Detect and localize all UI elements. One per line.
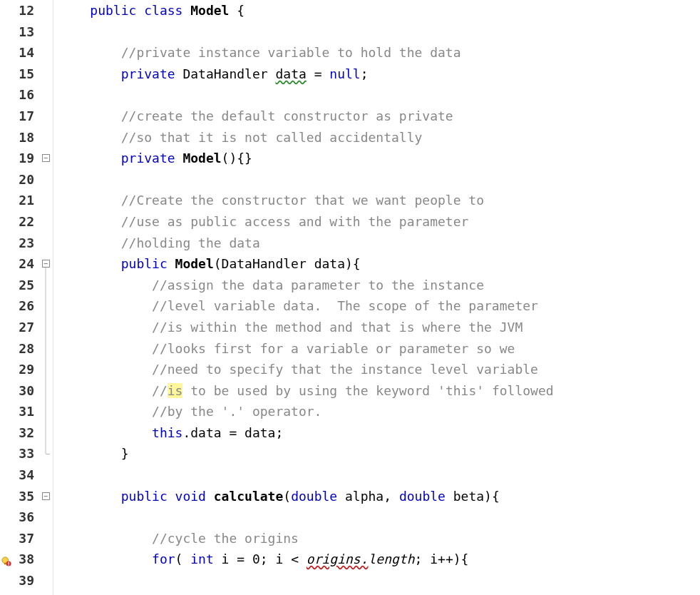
code-line[interactable] (53, 507, 700, 528)
gutter-icon-cell (0, 486, 13, 507)
line-number[interactable]: 37 (13, 528, 38, 549)
code-line[interactable]: //by the '.' operator. (53, 401, 700, 422)
gutter-icon-cell (0, 275, 13, 296)
code-line[interactable]: //looks first for a variable or paramete… (53, 338, 700, 360)
gutter-icon-cell (0, 528, 13, 549)
code-area[interactable]: public class Model { //private instance … (53, 0, 700, 595)
fold-toggle-icon[interactable]: − (42, 260, 50, 268)
line-number[interactable]: 12 (13, 0, 38, 21)
code-line[interactable] (53, 169, 700, 190)
line-number[interactable]: 13 (13, 21, 38, 43)
code-line[interactable]: public class Model { (53, 0, 700, 21)
gutter-icon-cell (0, 295, 13, 317)
line-number[interactable]: 25 (13, 275, 38, 296)
fold-cell (38, 507, 53, 528)
code-token: //looks first for a variable or paramete… (152, 341, 515, 356)
line-number[interactable]: 26 (13, 295, 38, 317)
fold-cell (38, 106, 53, 127)
code-line[interactable]: //need to specify that the instance leve… (53, 359, 700, 380)
line-number[interactable]: 33 (13, 443, 38, 464)
gutter: 1213141516171819202122232425262728293031… (0, 0, 53, 595)
gutter-icon-cell (0, 464, 13, 486)
line-number[interactable]: 23 (13, 233, 38, 254)
fold-cell (38, 464, 53, 486)
line-number[interactable]: 32 (13, 422, 38, 444)
code-token (59, 320, 152, 335)
line-number[interactable]: 35 (13, 486, 38, 507)
code-line[interactable]: //holding the data (53, 233, 700, 254)
line-number[interactable]: 21 (13, 190, 38, 211)
code-token: //create the default constructor as priv… (121, 108, 453, 123)
code-line[interactable]: private Model(){} (53, 148, 700, 169)
code-token (59, 531, 152, 546)
code-line[interactable]: //cycle the origins (53, 528, 700, 549)
code-editor[interactable]: 1213141516171819202122232425262728293031… (0, 0, 700, 595)
code-line[interactable] (53, 84, 700, 106)
code-line[interactable]: //is to be used by using the keyword 'th… (53, 380, 700, 402)
fold-toggle-icon[interactable]: − (42, 154, 50, 162)
fold-cell (38, 63, 53, 85)
gutter-icon-cell (0, 443, 13, 464)
line-number[interactable]: 14 (13, 42, 38, 63)
line-number[interactable]: 38 (13, 549, 38, 570)
code-token: public (121, 256, 175, 271)
code-token: ; i++){ (415, 551, 469, 566)
code-token: { (229, 3, 245, 18)
code-token: //is within the method and that is where… (152, 320, 523, 335)
code-line[interactable]: //use as public access and with the para… (53, 211, 700, 233)
code-token: beta){ (446, 489, 500, 504)
code-line[interactable]: public void calculate(double alpha, doub… (53, 486, 700, 507)
line-number[interactable]: 22 (13, 211, 38, 233)
code-token: null (329, 66, 360, 81)
code-token: private (121, 151, 183, 166)
fold-cell (38, 443, 53, 464)
code-token: //need to specify that the instance leve… (152, 362, 538, 377)
code-token (59, 551, 152, 566)
line-number[interactable]: 30 (13, 380, 38, 402)
fold-cell: − (38, 486, 53, 507)
line-number[interactable]: 15 (13, 63, 38, 85)
line-number[interactable]: 19 (13, 148, 38, 169)
line-number[interactable]: 36 (13, 507, 38, 528)
code-line[interactable] (53, 21, 700, 43)
code-line[interactable]: } (53, 443, 700, 464)
code-token (59, 235, 121, 250)
line-number[interactable]: 27 (13, 317, 38, 338)
code-line[interactable]: //Create the constructor that we want pe… (53, 190, 700, 211)
code-line[interactable]: //private instance variable to hold the … (53, 42, 700, 63)
fold-toggle-icon[interactable]: − (42, 492, 50, 500)
code-line[interactable]: //so that it is not called accidentally (53, 127, 700, 148)
code-line[interactable]: this.data = data; (53, 422, 700, 444)
lightbulb-error-icon[interactable] (1, 554, 11, 564)
code-line[interactable]: //is within the method and that is where… (53, 317, 700, 338)
code-token (59, 151, 121, 166)
code-token: //so that it is not called accidentally (121, 130, 423, 145)
line-number[interactable]: 34 (13, 464, 38, 486)
code-line[interactable]: public Model(DataHandler data){ (53, 253, 700, 275)
line-number[interactable]: 18 (13, 127, 38, 148)
line-number[interactable]: 17 (13, 106, 38, 127)
fold-cell: − (38, 253, 53, 275)
code-token (59, 66, 121, 81)
code-token (59, 108, 121, 123)
code-token: //holding the data (121, 235, 260, 250)
line-number[interactable]: 20 (13, 169, 38, 190)
code-line[interactable]: //level variable data. The scope of the … (53, 295, 700, 317)
line-number[interactable]: 24 (13, 253, 38, 275)
line-number[interactable]: 31 (13, 401, 38, 422)
code-line[interactable]: private DataHandler data = null; (53, 63, 700, 85)
code-line[interactable]: //create the default constructor as priv… (53, 106, 700, 127)
line-number[interactable]: 39 (13, 570, 38, 591)
code-line[interactable] (53, 464, 700, 486)
code-line[interactable] (53, 570, 700, 591)
fold-column: −−− (38, 0, 53, 591)
code-line[interactable]: //assign the data parameter to the insta… (53, 275, 700, 296)
line-number[interactable]: 28 (13, 338, 38, 360)
code-token: //by the '.' operator. (152, 404, 321, 419)
code-token (59, 425, 152, 440)
fold-cell (38, 21, 53, 43)
code-token: Model (182, 151, 221, 166)
line-number[interactable]: 29 (13, 359, 38, 380)
code-line[interactable]: for( int i = 0; i < origins.length; i++)… (53, 549, 700, 570)
line-number[interactable]: 16 (13, 84, 38, 106)
